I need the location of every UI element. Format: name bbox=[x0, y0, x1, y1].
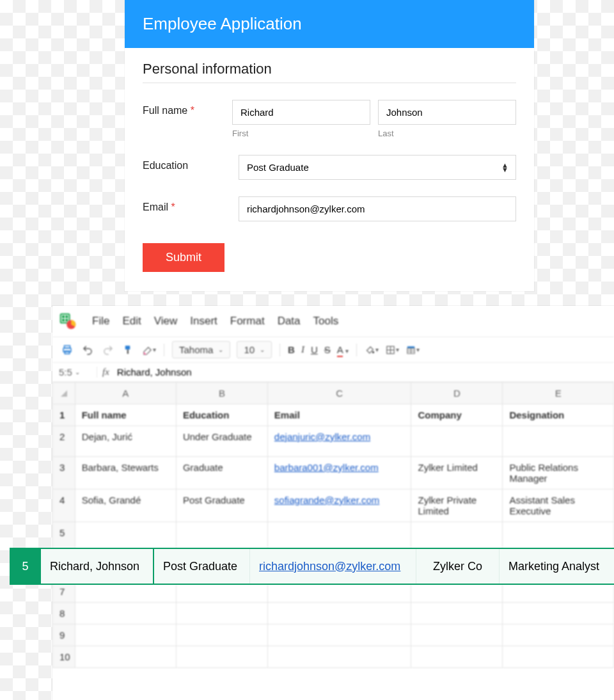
spreadsheet-grid[interactable]: A B C D E 1 Full name Education Email Co… bbox=[52, 382, 614, 668]
font-size-select[interactable]: 10⌄ bbox=[237, 341, 272, 358]
highlight-cell-education[interactable]: Post Graduate bbox=[154, 549, 250, 584]
formula-bar: 5:5⌄ fx Richard, Johnson bbox=[52, 363, 614, 382]
cell[interactable]: Zylker Private Limited bbox=[411, 489, 503, 522]
app-icon bbox=[59, 312, 77, 330]
cell[interactable]: sofiagrande@zylker.com bbox=[267, 489, 411, 522]
education-select[interactable]: Post Graduate bbox=[239, 155, 516, 180]
highlighted-row: 5 Richard, Johnson Post Graduate richard… bbox=[10, 548, 614, 585]
col-header-e[interactable]: E bbox=[503, 383, 614, 404]
last-sublabel: Last bbox=[378, 129, 516, 138]
col-header-d[interactable]: D bbox=[411, 383, 503, 404]
email-link: barbara001@zylker.com bbox=[274, 462, 379, 473]
col-header-a[interactable]: A bbox=[75, 383, 176, 404]
cell[interactable]: barbara001@zylker.com bbox=[267, 457, 411, 489]
svg-point-10 bbox=[372, 351, 375, 353]
toolbar: ▾ Tahoma⌄ 10⌄ B I U S A ▾ ▾ ▾ ▾ bbox=[52, 337, 614, 363]
highlight-cell-email[interactable]: richardjohnson@zylker.com bbox=[250, 549, 416, 584]
email-link: sofiagrande@zylker.com bbox=[274, 495, 379, 505]
chevron-down-icon: ⌄ bbox=[218, 346, 223, 353]
cell[interactable]: Post Graduate bbox=[176, 489, 267, 522]
email-input[interactable] bbox=[239, 196, 516, 221]
required-asterisk: * bbox=[191, 105, 194, 116]
col-header-b[interactable]: B bbox=[176, 383, 267, 404]
cell-reference[interactable]: 5:5⌄ bbox=[59, 367, 97, 378]
row-header[interactable]: 2 bbox=[53, 426, 75, 457]
corner-cell[interactable] bbox=[53, 383, 75, 404]
submit-button[interactable]: Submit bbox=[143, 243, 224, 272]
redo-icon[interactable] bbox=[101, 343, 115, 357]
menu-edit[interactable]: Edit bbox=[122, 315, 141, 328]
row-header[interactable]: 4 bbox=[53, 489, 75, 522]
eraser-icon[interactable]: ▾ bbox=[142, 343, 156, 357]
highlight-cell-company[interactable]: Zylker Co bbox=[416, 549, 500, 584]
cell[interactable]: Dejan, Jurić bbox=[75, 426, 176, 457]
email-row: Email * bbox=[143, 196, 516, 221]
cell[interactable]: Zylker Limited bbox=[411, 457, 503, 489]
email-link: dejanjuric@zylker.com bbox=[274, 431, 370, 442]
borders-icon[interactable]: ▾ bbox=[385, 343, 399, 357]
education-label: Education bbox=[143, 155, 239, 171]
cell[interactable]: Barbara, Stewarts bbox=[75, 457, 176, 489]
first-sublabel: First bbox=[232, 129, 370, 138]
col-header-c[interactable]: C bbox=[267, 383, 411, 404]
table-style-icon[interactable]: ▾ bbox=[405, 343, 420, 357]
svg-rect-8 bbox=[125, 346, 130, 349]
row-header[interactable]: 3 bbox=[53, 457, 75, 489]
svg-rect-9 bbox=[127, 349, 129, 354]
section-heading: Personal information bbox=[143, 61, 516, 83]
cell[interactable]: Under Graduate bbox=[176, 426, 267, 457]
employee-form: Employee Application Personal informatio… bbox=[125, 0, 534, 291]
underline-button[interactable]: U bbox=[311, 344, 318, 355]
menu-format[interactable]: Format bbox=[230, 315, 265, 328]
highlight-cell-designation[interactable]: Marketing Analyst bbox=[500, 549, 614, 584]
italic-button[interactable]: I bbox=[301, 344, 304, 355]
format-painter-icon[interactable] bbox=[122, 343, 136, 357]
first-name-input[interactable] bbox=[232, 100, 370, 125]
formula-input[interactable]: Richard, Johnson bbox=[117, 367, 192, 378]
row-header[interactable]: 1 bbox=[53, 404, 75, 426]
spreadsheet-window: File Edit View Insert Format Data Tools … bbox=[52, 306, 614, 700]
row-header[interactable]: 9 bbox=[53, 624, 75, 646]
fullname-row: Full name * First Last bbox=[143, 100, 516, 138]
email-label: Email bbox=[143, 202, 168, 212]
cell[interactable]: Assistant Sales Executive bbox=[503, 489, 614, 522]
cell[interactable]: Email bbox=[267, 404, 411, 426]
menu-insert[interactable]: Insert bbox=[190, 315, 217, 328]
row-header[interactable]: 8 bbox=[53, 603, 75, 624]
cell[interactable]: dejanjuric@zylker.com bbox=[267, 426, 411, 457]
education-row: Education Post Graduate ▲▼ bbox=[143, 155, 516, 180]
fx-icon: fx bbox=[102, 367, 109, 378]
form-title: Employee Application bbox=[125, 0, 534, 48]
fill-color-icon[interactable]: ▾ bbox=[365, 343, 379, 357]
cell[interactable] bbox=[411, 426, 503, 457]
cell[interactable]: Designation bbox=[503, 404, 614, 426]
undo-icon[interactable] bbox=[81, 343, 95, 357]
highlight-cell-name[interactable]: Richard, Johnson bbox=[41, 549, 154, 584]
cell[interactable]: Full name bbox=[75, 404, 176, 426]
cell[interactable]: Education bbox=[176, 404, 267, 426]
font-select[interactable]: Tahoma⌄ bbox=[172, 341, 230, 358]
cell[interactable] bbox=[503, 426, 614, 457]
menu-tools[interactable]: Tools bbox=[313, 315, 339, 328]
cell[interactable]: Company bbox=[411, 404, 503, 426]
fullname-label: Full name bbox=[143, 105, 187, 116]
cell[interactable]: Public Relations Manager bbox=[503, 457, 614, 489]
chevron-down-icon: ⌄ bbox=[260, 346, 265, 353]
required-asterisk: * bbox=[171, 202, 175, 212]
text-color-button[interactable]: A ▾ bbox=[337, 344, 349, 355]
row-header[interactable]: 10 bbox=[53, 646, 75, 668]
bold-button[interactable]: B bbox=[288, 344, 295, 355]
cell[interactable]: Graduate bbox=[176, 457, 267, 489]
highlight-rownum[interactable]: 5 bbox=[10, 549, 41, 584]
last-name-input[interactable] bbox=[378, 100, 516, 125]
print-icon[interactable] bbox=[60, 343, 74, 357]
menu-file[interactable]: File bbox=[92, 315, 109, 328]
menu-data[interactable]: Data bbox=[278, 315, 301, 328]
menu-view[interactable]: View bbox=[154, 315, 178, 328]
menubar: File Edit View Insert Format Data Tools bbox=[52, 306, 614, 337]
cell[interactable]: Sofia, Grandé bbox=[75, 489, 176, 522]
strike-button[interactable]: S bbox=[324, 344, 331, 355]
